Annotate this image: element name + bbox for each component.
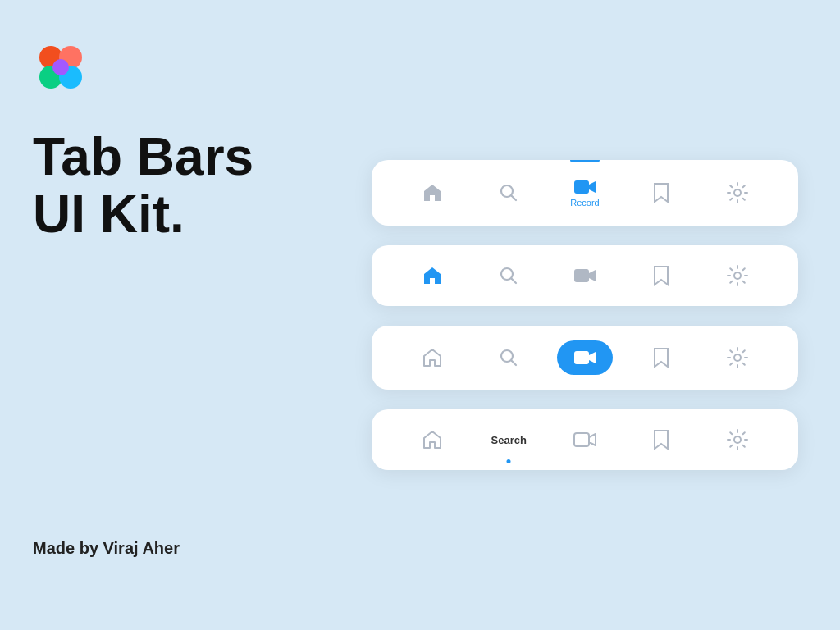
tab-search-bar1[interactable]: [471, 160, 547, 226]
tab-record-bar2[interactable]: [547, 245, 623, 306]
tab-search-bar3[interactable]: [471, 326, 547, 390]
svg-rect-11: [574, 269, 589, 282]
svg-line-10: [512, 279, 517, 284]
tab-home-bar2[interactable]: [395, 245, 471, 306]
tab-settings-bar3[interactable]: [699, 326, 775, 390]
svg-point-18: [734, 436, 741, 443]
left-panel: Tab Bars UI Kit. Made by Viraj Aher: [0, 0, 353, 630]
tab-record-bar4[interactable]: [547, 409, 623, 470]
tab-home-bar1[interactable]: [395, 160, 471, 226]
tab-bookmark-bar2[interactable]: [623, 245, 699, 306]
tab-settings-bar4[interactable]: [699, 409, 775, 470]
tab-search-bar2[interactable]: [471, 245, 547, 306]
tab-record-bar3[interactable]: [547, 326, 623, 390]
tab-bar-3: [372, 326, 798, 390]
search-label: Search: [491, 434, 527, 446]
page-layout: Tab Bars UI Kit. Made by Viraj Aher: [0, 0, 840, 630]
bottom-dot-bar4: [507, 459, 511, 463]
svg-point-8: [734, 189, 741, 196]
main-title: Tab Bars UI Kit.: [33, 128, 320, 244]
tab-settings-bar1[interactable]: [699, 160, 775, 226]
right-panel: Record: [353, 0, 840, 630]
tab-bar-4: Search: [372, 409, 798, 470]
tab-home-bar4[interactable]: [395, 409, 471, 470]
svg-point-16: [734, 354, 741, 361]
svg-rect-15: [574, 351, 589, 364]
tab-search-bar4[interactable]: Search: [471, 409, 547, 470]
svg-line-6: [512, 196, 517, 201]
svg-line-14: [512, 361, 517, 366]
tab-home-bar3[interactable]: [395, 326, 471, 390]
tab-bar-1: Record: [372, 160, 798, 226]
tab-bookmark-bar1[interactable]: [623, 160, 699, 226]
record-label-bar1: Record: [570, 198, 599, 208]
tab-bookmark-bar4[interactable]: [623, 409, 699, 470]
svg-rect-7: [574, 180, 589, 194]
tab-bar-2: [372, 245, 798, 306]
top-indicator-bar1: [570, 160, 600, 162]
pill-active: [557, 340, 613, 375]
svg-rect-17: [574, 433, 589, 446]
tab-bookmark-bar3[interactable]: [623, 326, 699, 390]
svg-point-12: [734, 272, 741, 279]
made-by-label: Made by Viraj Aher: [33, 539, 320, 591]
figma-logo: [33, 39, 89, 95]
tab-settings-bar2[interactable]: [699, 245, 775, 306]
tab-record-bar1[interactable]: Record: [547, 160, 623, 226]
svg-point-4: [52, 59, 69, 75]
